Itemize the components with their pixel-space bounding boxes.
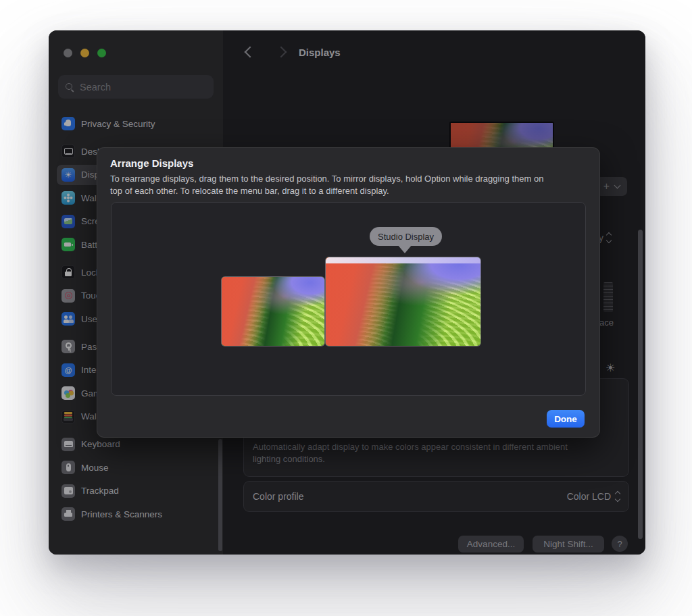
arrange-displays-sheet: Arrange Displays To rearrange displays, … [97,147,600,438]
sheet-title: Arrange Displays [110,157,193,169]
studio-display[interactable] [326,257,480,346]
system-settings-window: Search Privacy & SecurityDesktop & DockD… [49,30,645,555]
menu-bar-strip [326,257,480,263]
done-button[interactable]: Done [547,410,585,428]
page: Search Privacy & SecurityDesktop & DockD… [0,0,692,616]
arrangement-panel: Studio Display [111,202,586,396]
display-name-tooltip: Studio Display [370,227,442,246]
sheet-description: To rearrange displays, drag them to the … [110,173,551,197]
builtin-display[interactable] [222,277,324,346]
